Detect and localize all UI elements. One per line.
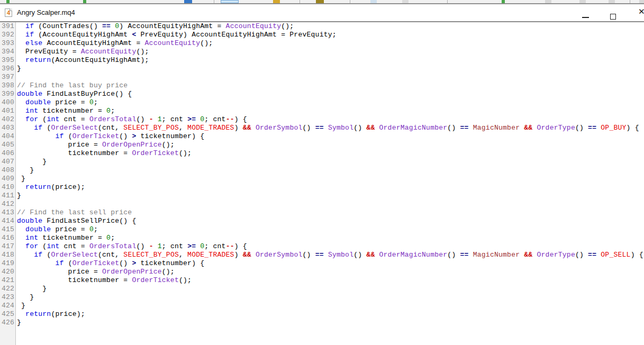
line-number: 401 <box>0 107 15 115</box>
code-editor[interactable]: if (CountTrades() == 0) AccountEquityHig… <box>16 22 644 345</box>
code-line[interactable]: } <box>17 166 644 175</box>
line-number: 397 <box>0 73 15 81</box>
toolbar-icon-fragment <box>316 0 324 3</box>
code-line[interactable]: double FindLastSellPrice() { <box>17 217 644 225</box>
window-title: Angry Scalper.mq4 <box>17 4 75 21</box>
code-line[interactable]: } <box>17 65 644 73</box>
line-number: 416 <box>0 234 15 242</box>
line-number: 406 <box>0 149 15 158</box>
line-number: 402 <box>0 115 15 124</box>
line-number: 404 <box>0 132 15 141</box>
background-toolbar-strip <box>0 0 644 4</box>
code-line[interactable]: if (OrderSelect(cnt, SELECT_BY_POS, MODE… <box>17 251 644 259</box>
toolbar-separator <box>214 0 214 3</box>
toolbar-icon-fragment <box>545 0 551 3</box>
line-number: 400 <box>0 98 15 107</box>
toolbar-pressed-button-fragment <box>221 0 239 3</box>
line-number: 424 <box>0 302 15 310</box>
line-number: 413 <box>0 208 15 217</box>
maximize-button[interactable] <box>610 14 616 20</box>
code-line[interactable]: } <box>17 192 644 200</box>
line-number: 399 <box>0 90 15 98</box>
line-number: 403 <box>0 124 15 132</box>
mql4-file-icon: 4 <box>5 8 12 17</box>
toolbar-icon-fragment <box>502 0 505 3</box>
code-line[interactable]: price = OrderOpenPrice(); <box>17 141 644 149</box>
code-line[interactable]: } <box>17 158 644 166</box>
code-line[interactable]: return(price); <box>17 183 644 192</box>
code-line[interactable]: for (int cnt = OrdersTotal() - 1; cnt >=… <box>17 242 644 251</box>
toolbar-separator <box>350 0 350 3</box>
code-line[interactable]: for (int cnt = OrdersTotal() - 1; cnt >=… <box>17 115 644 124</box>
line-number: 419 <box>0 259 15 268</box>
code-line[interactable]: } <box>17 319 644 327</box>
code-line[interactable]: int ticketnumber = 0; <box>17 107 644 115</box>
code-line[interactable]: // Find the last buy price <box>17 81 644 90</box>
line-number: 425 <box>0 310 15 319</box>
line-number: 398 <box>0 81 15 90</box>
code-line[interactable]: if (OrderSelect(cnt, SELECT_BY_POS, MODE… <box>17 124 644 132</box>
code-line[interactable]: if (OrderTicket() > ticketnumber) { <box>17 132 644 141</box>
code-line[interactable]: // Find the last sell price <box>17 208 644 217</box>
line-number: 396 <box>0 65 15 73</box>
toolbar-icon-fragment <box>273 0 280 3</box>
code-line[interactable]: if (AccountEquityHighAmt < PrevEquity) A… <box>17 31 644 39</box>
toolbar-icon-fragment <box>639 0 644 3</box>
toolbar-icon-fragment <box>6 0 10 3</box>
line-number: 394 <box>0 48 15 56</box>
line-number: 395 <box>0 56 15 65</box>
code-line[interactable]: if (CountTrades() == 0) AccountEquityHig… <box>17 22 644 31</box>
code-line[interactable] <box>17 73 644 81</box>
line-number: 410 <box>0 183 15 192</box>
code-line[interactable]: if (OrderTicket() > ticketnumber) { <box>17 259 644 268</box>
toolbar-separator <box>447 0 448 3</box>
code-line[interactable]: price = OrderOpenPrice(); <box>17 268 644 276</box>
code-editor-area: 3913923933943953963973983994004014024034… <box>0 22 644 345</box>
code-line[interactable]: return(price); <box>17 310 644 319</box>
line-number: 409 <box>0 175 15 183</box>
code-line[interactable]: ticketnumber = OrderTicket(); <box>17 276 644 285</box>
line-number: 392 <box>0 31 15 39</box>
code-line[interactable]: ticketnumber = OrderTicket(); <box>17 149 644 158</box>
code-line[interactable]: double price = 0; <box>17 98 644 107</box>
code-line[interactable]: } <box>17 293 644 302</box>
code-line[interactable]: PrevEquity = AccountEquity(); <box>17 48 644 56</box>
code-line[interactable]: double FindLastBuyPrice() { <box>17 90 644 98</box>
toolbar-icon-fragment <box>370 0 377 3</box>
close-button[interactable]: ✕ <box>638 7 644 16</box>
toolbar-icon-fragment <box>184 0 192 3</box>
line-number: 417 <box>0 242 15 251</box>
code-line[interactable]: } <box>17 302 644 310</box>
mql4-icon-glyph: 4 <box>5 10 12 16</box>
code-line[interactable]: double price = 0; <box>17 225 644 234</box>
line-number: 423 <box>0 293 15 302</box>
line-number: 412 <box>0 200 15 208</box>
code-line[interactable] <box>17 200 644 208</box>
line-number: 405 <box>0 141 15 149</box>
line-number: 421 <box>0 276 15 285</box>
line-number: 426 <box>0 319 15 327</box>
line-number-gutter: 3913923933943953963973983994004014024034… <box>0 22 16 345</box>
code-line[interactable]: } <box>17 285 644 293</box>
line-number: 418 <box>0 251 15 259</box>
line-number: 414 <box>0 217 15 225</box>
toolbar-icon-fragment <box>402 0 409 3</box>
line-number: 393 <box>0 39 15 48</box>
minimize-button[interactable] <box>582 17 589 18</box>
toolbar-icon-fragment <box>83 0 86 3</box>
line-number: 408 <box>0 166 15 175</box>
title-bar: 4 Angry Scalper.mq4 ✕ <box>0 4 644 22</box>
toolbar-separator <box>300 0 300 3</box>
code-line[interactable]: } <box>17 175 644 183</box>
code-line[interactable]: else AccountEquityHighAmt = AccountEquit… <box>17 39 644 48</box>
metaeditor-window: 4 Angry Scalper.mq4 ✕ 391392393394395396… <box>0 0 644 345</box>
toolbar-icon-fragment <box>609 0 615 3</box>
code-line[interactable]: int ticketnumber = 0; <box>17 234 644 242</box>
line-number: 391 <box>0 22 15 31</box>
line-number: 411 <box>0 192 15 200</box>
toolbar-icon-fragment <box>579 0 586 3</box>
line-number: 407 <box>0 158 15 166</box>
line-number: 415 <box>0 225 15 234</box>
line-number: 422 <box>0 285 15 293</box>
code-line[interactable]: return(AccountEquityHighAmt); <box>17 56 644 65</box>
